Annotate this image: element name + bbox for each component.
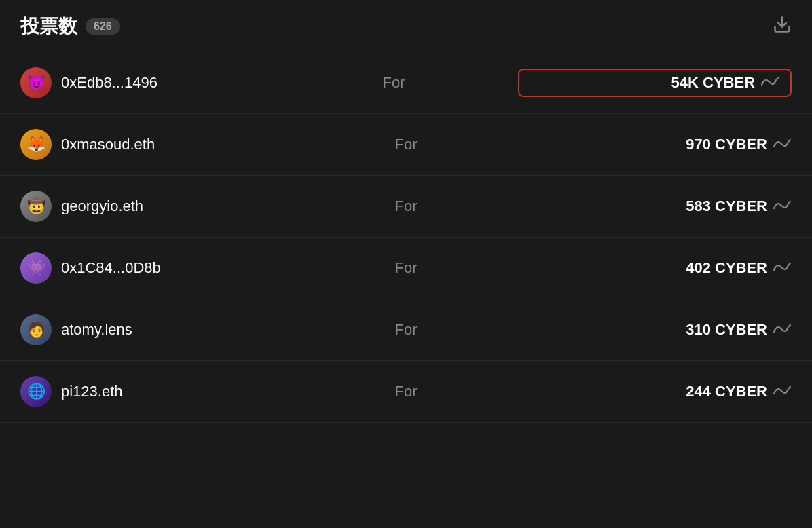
voter-info: 🤠 georgyio.eth bbox=[20, 191, 278, 222]
table-row[interactable]: 🤠 georgyio.eth For 583 CYBER bbox=[0, 176, 812, 238]
voter-name: 0x1C84...0D8b bbox=[61, 259, 161, 277]
avatar: 🦊 bbox=[20, 129, 52, 160]
voter-info: 🌐 pi123.eth bbox=[20, 376, 278, 407]
amount-text: 970 CYBER bbox=[686, 136, 767, 153]
amount-text: 583 CYBER bbox=[686, 197, 767, 215]
avatar: 🌐 bbox=[20, 376, 52, 407]
vote-direction: For bbox=[270, 74, 519, 92]
vote-direction: For bbox=[278, 197, 535, 215]
amount-text: 244 CYBER bbox=[686, 383, 767, 400]
vote-amount: 402 CYBER bbox=[534, 259, 792, 277]
table-row[interactable]: 🧑 atomy.lens For 310 CYBER bbox=[0, 299, 812, 361]
vote-amount: 244 CYBER bbox=[534, 383, 792, 400]
vote-count-badge: 626 bbox=[86, 18, 120, 35]
table-row[interactable]: 🌐 pi123.eth For 244 CYBER bbox=[0, 361, 812, 423]
vote-amount: 310 CYBER bbox=[534, 321, 792, 339]
squiggle-icon bbox=[773, 199, 792, 214]
vote-direction: For bbox=[278, 136, 535, 153]
squiggle-icon bbox=[773, 261, 792, 276]
voter-name: 0xmasoud.eth bbox=[61, 136, 155, 153]
squiggle-icon bbox=[773, 384, 792, 400]
voter-info: 😈 0xEdb8...1496 bbox=[20, 67, 270, 98]
amount-text: 310 CYBER bbox=[686, 321, 767, 339]
vote-direction: For bbox=[278, 383, 535, 400]
header-left: 投票数 626 bbox=[20, 14, 120, 39]
download-button[interactable] bbox=[773, 15, 792, 39]
avatar: 😈 bbox=[20, 67, 52, 98]
voter-info: 🧑 atomy.lens bbox=[20, 314, 278, 345]
avatar: 🤠 bbox=[20, 191, 52, 222]
voter-name: pi123.eth bbox=[61, 383, 123, 400]
vote-direction: For bbox=[278, 321, 535, 339]
table-row[interactable]: 🦊 0xmasoud.eth For 970 CYBER bbox=[0, 114, 812, 176]
voter-info: 👾 0x1C84...0D8b bbox=[20, 252, 278, 284]
avatar: 👾 bbox=[20, 252, 52, 284]
voter-name: atomy.lens bbox=[61, 321, 132, 339]
voter-name: georgyio.eth bbox=[61, 197, 143, 215]
vote-direction: For bbox=[278, 259, 535, 277]
header: 投票数 626 bbox=[0, 0, 812, 52]
amount-text: 402 CYBER bbox=[686, 259, 767, 277]
squiggle-icon bbox=[773, 322, 792, 338]
vote-amount: 970 CYBER bbox=[534, 136, 792, 153]
table-row[interactable]: 😈 0xEdb8...1496 For 54K CYBER bbox=[0, 52, 812, 114]
vote-amount: 54K CYBER bbox=[518, 69, 792, 97]
squiggle-icon bbox=[760, 75, 779, 91]
vote-list: 😈 0xEdb8...1496 For 54K CYBER 🦊 0xmasoud… bbox=[0, 52, 812, 423]
voter-name: 0xEdb8...1496 bbox=[61, 74, 158, 92]
squiggle-icon bbox=[773, 137, 792, 153]
amount-text: 54K CYBER bbox=[671, 74, 755, 92]
table-row[interactable]: 👾 0x1C84...0D8b For 402 CYBER bbox=[0, 238, 812, 299]
page-title: 投票数 bbox=[20, 14, 77, 39]
voter-info: 🦊 0xmasoud.eth bbox=[20, 129, 278, 160]
avatar: 🧑 bbox=[20, 314, 52, 345]
vote-amount: 583 CYBER bbox=[534, 197, 792, 215]
